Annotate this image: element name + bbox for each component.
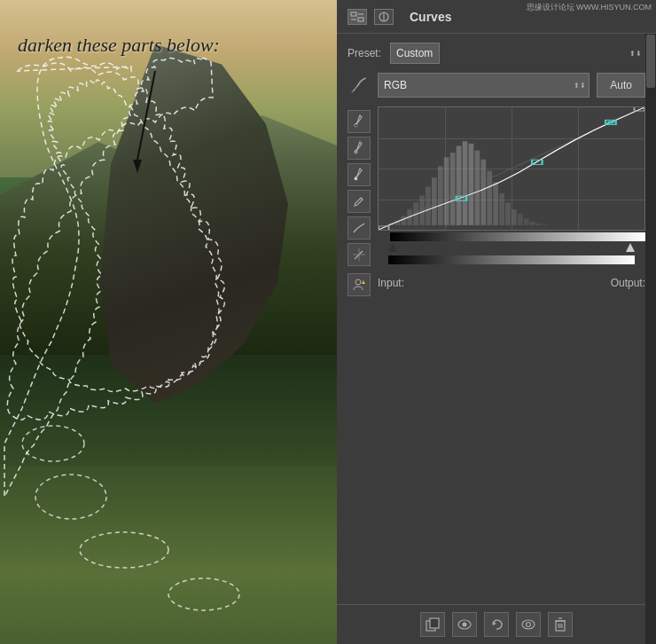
input-gradient-wrapper bbox=[378, 255, 645, 264]
arrow-annotation bbox=[129, 71, 182, 181]
svg-point-58 bbox=[522, 620, 535, 629]
channel-row: RGB Red Green Blue Auto bbox=[348, 73, 645, 98]
curves-graph[interactable] bbox=[378, 106, 645, 231]
watermark: 思缘设计论坛 WWW.HISYUN.COM bbox=[527, 2, 652, 13]
smooth-curve-icon[interactable] bbox=[348, 216, 371, 240]
svg-text:!: ! bbox=[363, 280, 363, 285]
eyedropper-gray-icon[interactable] bbox=[348, 137, 371, 160]
auto-button[interactable]: Auto bbox=[597, 73, 645, 98]
pencil-tool-icon[interactable] bbox=[348, 190, 371, 213]
svg-rect-52 bbox=[607, 121, 613, 123]
curves-svg bbox=[379, 107, 644, 230]
preset-select-wrapper: Custom bbox=[390, 43, 645, 64]
curves-graph-container: ! bbox=[348, 106, 645, 296]
svg-marker-57 bbox=[493, 622, 496, 625]
bottom-toolbar bbox=[337, 604, 656, 644]
channel-select-wrapper: RGB Red Green Blue bbox=[378, 73, 590, 98]
svg-point-4 bbox=[168, 578, 239, 610]
channel-select[interactable]: RGB Red Green Blue bbox=[378, 73, 590, 98]
svg-marker-1 bbox=[133, 160, 142, 173]
gradient-output-bar bbox=[378, 232, 645, 264]
svg-line-16 bbox=[361, 198, 363, 200]
graph-wrapper: Input: Output: bbox=[378, 106, 645, 296]
gradient-row bbox=[378, 232, 645, 241]
panel-title: Curves bbox=[410, 10, 451, 24]
visibility-icon[interactable] bbox=[452, 612, 477, 637]
annotation-text: darken these parts below: bbox=[18, 34, 220, 57]
input-gradient-bar bbox=[388, 255, 635, 264]
slider-row bbox=[378, 243, 645, 252]
svg-rect-6 bbox=[351, 12, 356, 16]
output-label: Output: bbox=[611, 277, 645, 289]
scrollbar-thumb[interactable] bbox=[646, 35, 655, 88]
white-point-slider[interactable] bbox=[626, 243, 635, 252]
panel-body: Preset: Custom RGB Red Green bbox=[337, 34, 656, 604]
copy-layer-icon[interactable] bbox=[420, 612, 445, 637]
input-label: Input: bbox=[378, 277, 404, 289]
preset-select[interactable]: Custom bbox=[390, 43, 440, 64]
output-gradient-bar bbox=[390, 232, 645, 241]
svg-point-2 bbox=[35, 475, 106, 519]
properties-icon[interactable] bbox=[348, 9, 367, 25]
svg-point-3 bbox=[80, 532, 168, 568]
curves-icon[interactable] bbox=[374, 9, 394, 25]
svg-point-59 bbox=[527, 623, 531, 627]
properties-panel: Curves Preset: Custom RGB bbox=[337, 0, 656, 644]
svg-point-14 bbox=[355, 151, 357, 153]
eyedropper-black-icon[interactable] bbox=[348, 110, 371, 133]
reset-icon[interactable] bbox=[484, 612, 509, 637]
svg-rect-9 bbox=[358, 18, 363, 21]
left-toolbar: ! bbox=[348, 106, 374, 296]
warning-tool-icon[interactable]: ! bbox=[348, 273, 371, 296]
curve-tool-icon[interactable] bbox=[348, 74, 371, 97]
preset-row: Preset: Custom bbox=[348, 43, 645, 64]
black-point-slider[interactable] bbox=[388, 243, 397, 252]
svg-rect-54 bbox=[430, 618, 439, 628]
header-icon-group bbox=[348, 9, 394, 25]
svg-point-15 bbox=[355, 177, 357, 180]
view-icon[interactable] bbox=[516, 612, 541, 637]
svg-point-56 bbox=[463, 623, 467, 627]
svg-line-46 bbox=[379, 107, 644, 230]
eyedropper-white-icon[interactable] bbox=[348, 163, 371, 186]
preset-label: Preset: bbox=[348, 47, 383, 59]
svg-point-13 bbox=[355, 124, 357, 127]
io-row: Input: Output: bbox=[378, 277, 645, 289]
target-adjustment-icon[interactable] bbox=[348, 243, 371, 266]
svg-line-0 bbox=[137, 71, 155, 160]
delete-icon[interactable] bbox=[548, 612, 573, 637]
panel-scrollbar[interactable] bbox=[645, 34, 656, 644]
svg-point-5 bbox=[22, 426, 84, 461]
